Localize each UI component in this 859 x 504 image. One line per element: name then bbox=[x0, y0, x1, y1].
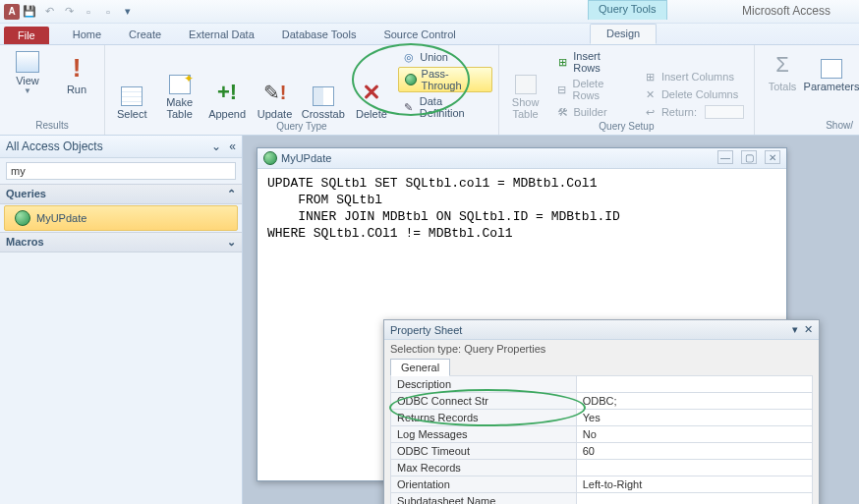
update-icon: ✎! bbox=[261, 79, 289, 106]
search-input[interactable] bbox=[6, 162, 236, 180]
nav-group-macros[interactable]: Macros⌄ bbox=[0, 232, 242, 252]
sql-editor[interactable]: UPDATE SQLtbl SET SQLtbl.col1 = MDBtbl.C… bbox=[258, 169, 786, 248]
property-name: Description bbox=[391, 376, 577, 393]
property-value[interactable]: Yes bbox=[576, 410, 812, 426]
builder-icon: 🛠 bbox=[555, 105, 569, 119]
sql-window-title: MyUPdate bbox=[281, 152, 331, 164]
delete-columns-icon: ✕ bbox=[644, 87, 658, 101]
select-button[interactable]: Select bbox=[111, 84, 152, 120]
sql-window-titlebar[interactable]: MyUPdate — ▢ ✕ bbox=[258, 148, 786, 169]
property-name: Orientation bbox=[391, 476, 577, 493]
quick-access-toolbar: A 💾 ↶ ↷ ▫ ▫ ▾ Query Tools Microsoft Acce… bbox=[0, 0, 859, 24]
delete-button[interactable]: Delete bbox=[351, 77, 392, 120]
nav-header[interactable]: All Access Objects ⌄« bbox=[0, 136, 242, 158]
collapse-icon: ⌃ bbox=[227, 188, 236, 200]
redo-icon[interactable]: ↷ bbox=[59, 2, 79, 22]
make-table-icon: ✦ bbox=[169, 75, 191, 94]
property-sheet: Property Sheet ▾✕ Selection type: Query … bbox=[383, 319, 820, 504]
minimize-icon[interactable]: — bbox=[717, 150, 733, 164]
builder-button: 🛠Builder bbox=[551, 104, 634, 120]
crosstab-button[interactable]: Crosstab bbox=[302, 84, 345, 120]
property-sheet-title[interactable]: Property Sheet ▾✕ bbox=[384, 320, 819, 340]
ribbon-tabs: File Home Create External Data Database … bbox=[0, 24, 859, 45]
delete-rows-button: ⊟Delete Rows bbox=[551, 77, 634, 102]
collapse-pane-icon[interactable]: « bbox=[229, 140, 236, 153]
property-row[interactable]: Description bbox=[391, 376, 813, 393]
tab-home[interactable]: Home bbox=[59, 26, 115, 44]
parameters-button[interactable]: Parameters bbox=[810, 57, 853, 92]
append-button[interactable]: +!Append bbox=[206, 77, 248, 120]
insert-rows-icon: ⊞ bbox=[555, 55, 569, 69]
run-button[interactable]: !Run bbox=[55, 52, 98, 95]
property-grid[interactable]: DescriptionODBC Connect StrODBC;Returns … bbox=[390, 375, 813, 504]
property-value[interactable]: ODBC; bbox=[576, 393, 812, 410]
property-row[interactable]: Subdatasheet Name bbox=[391, 493, 813, 505]
pass-through-button[interactable]: Pass-Through bbox=[398, 67, 492, 92]
tab-general[interactable]: General bbox=[390, 359, 450, 376]
close-icon[interactable]: ✕ bbox=[804, 323, 813, 335]
union-button[interactable]: ◎Union bbox=[398, 49, 492, 65]
group-results: View▼ !Run Results bbox=[0, 45, 105, 135]
property-row[interactable]: Returns RecordsYes bbox=[391, 410, 813, 426]
property-value[interactable]: 60 bbox=[576, 443, 812, 460]
group-label-show-hide: Show/ bbox=[761, 119, 853, 133]
property-row[interactable]: ODBC Timeout60 bbox=[391, 443, 813, 460]
parameters-icon bbox=[821, 59, 842, 79]
tab-file[interactable]: File bbox=[4, 27, 49, 44]
group-label-results: Results bbox=[6, 119, 98, 133]
delete-columns-button: ✕Delete Columns bbox=[640, 86, 748, 102]
property-row[interactable]: Log MessagesNo bbox=[391, 426, 813, 443]
group-query-setup: Show Table ⊞Insert Rows ⊟Delete Rows 🛠Bu… bbox=[499, 45, 755, 135]
property-name: ODBC Timeout bbox=[391, 443, 577, 460]
insert-rows-button[interactable]: ⊞Insert Rows bbox=[551, 49, 634, 75]
group-show-hide: ΣTotals Parameters Show/ bbox=[755, 45, 859, 135]
selection-type: Selection type: Query Properties bbox=[384, 340, 819, 358]
update-button[interactable]: ✎!Update bbox=[254, 77, 295, 120]
nav-search bbox=[6, 162, 236, 180]
tab-create[interactable]: Create bbox=[115, 26, 175, 44]
table-icon bbox=[121, 86, 143, 106]
tab-design[interactable]: Design bbox=[590, 24, 657, 44]
property-value[interactable] bbox=[576, 493, 812, 505]
run-icon: ! bbox=[63, 54, 90, 82]
property-row[interactable]: Max Records bbox=[391, 460, 813, 476]
totals-button: ΣTotals bbox=[761, 49, 804, 92]
show-table-icon bbox=[515, 75, 537, 94]
globe-icon bbox=[15, 210, 30, 226]
insert-columns-icon: ⊞ bbox=[644, 70, 658, 84]
globe-icon bbox=[263, 151, 277, 165]
chevron-down-icon[interactable]: ⌄ bbox=[211, 140, 221, 153]
qat-customize-icon[interactable]: ▾ bbox=[118, 2, 138, 22]
tab-source-control[interactable]: Source Control bbox=[370, 26, 469, 44]
make-table-button[interactable]: ✦Make Table bbox=[158, 73, 200, 120]
close-icon[interactable]: ✕ bbox=[765, 150, 780, 164]
property-name: ODBC Connect Str bbox=[391, 393, 577, 410]
union-icon: ◎ bbox=[402, 50, 416, 64]
property-value[interactable] bbox=[576, 460, 812, 476]
property-name: Returns Records bbox=[391, 410, 577, 426]
app-icon[interactable]: A bbox=[4, 4, 20, 20]
property-value[interactable]: Left-to-Right bbox=[576, 476, 812, 493]
maximize-icon[interactable]: ▢ bbox=[741, 150, 757, 164]
property-value[interactable]: No bbox=[576, 426, 812, 443]
property-row[interactable]: OrientationLeft-to-Right bbox=[391, 476, 813, 493]
tab-database-tools[interactable]: Database Tools bbox=[268, 26, 371, 44]
data-definition-button[interactable]: ✎Data Definition bbox=[398, 94, 492, 120]
save-icon[interactable]: 💾 bbox=[20, 2, 39, 22]
datasheet-icon bbox=[16, 51, 39, 73]
navigation-pane: All Access Objects ⌄« Queries⌃ MyUPdate … bbox=[0, 136, 243, 504]
tab-external-data[interactable]: External Data bbox=[175, 26, 268, 44]
property-name: Subdatasheet Name bbox=[391, 493, 577, 505]
property-row[interactable]: ODBC Connect StrODBC; bbox=[391, 393, 813, 410]
pin-icon[interactable]: ▾ bbox=[792, 323, 798, 335]
nav-item-myupdate[interactable]: MyUPdate bbox=[4, 205, 238, 231]
property-value[interactable] bbox=[576, 376, 812, 393]
view-button[interactable]: View▼ bbox=[6, 49, 49, 95]
undo-icon[interactable]: ↶ bbox=[39, 2, 59, 22]
ribbon: View▼ !Run Results Select ✦Make Table +!… bbox=[0, 45, 859, 136]
nav-group-queries[interactable]: Queries⌃ bbox=[0, 184, 242, 204]
qat-btn2-icon[interactable]: ▫ bbox=[98, 2, 118, 22]
crosstab-icon bbox=[313, 86, 334, 106]
property-name: Max Records bbox=[391, 460, 577, 476]
qat-btn1-icon[interactable]: ▫ bbox=[79, 2, 98, 22]
